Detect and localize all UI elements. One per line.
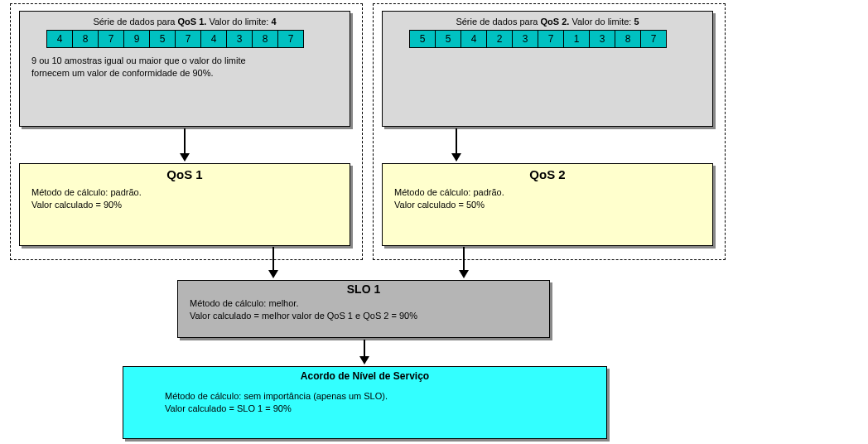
sla-body: Método de cálculo: sem importância (apen…	[123, 390, 606, 415]
data-cell: 3	[589, 30, 615, 48]
data-cell: 8	[615, 30, 640, 48]
calc-line: Valor calculado = SLO 1 = 90%	[165, 403, 595, 415]
calc-line: Valor calculado = melhor valor de QoS 1 …	[190, 310, 538, 322]
data-cell: 3	[512, 30, 538, 48]
note-qos1: 9 ou 10 amostras igual ou maior que o va…	[20, 55, 350, 80]
series-prefix: Série de dados para	[93, 17, 177, 27]
data-row-qos1: 4 8 7 9 5 7 4 3 8 7	[46, 30, 350, 48]
data-row-qos2: 5 5 4 2 3 7 1 3 8 7	[409, 30, 712, 48]
data-cell: 5	[409, 30, 435, 48]
data-cell: 4	[200, 30, 226, 48]
series-bold: QoS 2.	[541, 17, 570, 27]
series-header-qos2: Série de dados para QoS 2. Valor do limi…	[383, 17, 712, 27]
series-header-qos1: Série de dados para QoS 1. Valor do limi…	[20, 17, 350, 27]
method-line: Método de cálculo: sem importância (apen…	[165, 390, 595, 403]
note-line: fornecem um valor de conformidade de 90%…	[31, 67, 338, 80]
qos1-body: Método de cálculo: padrão. Valor calcula…	[20, 186, 350, 211]
series-bold: QoS 1.	[178, 17, 207, 27]
threshold-value: 5	[634, 17, 639, 27]
data-cell: 1	[563, 30, 589, 48]
series-prefix: Série de dados para	[456, 17, 540, 27]
qos1-title: QoS 1	[20, 167, 350, 181]
qos2-body: Método de cálculo: padrão. Valor calcula…	[383, 186, 712, 211]
qos2-box: QoS 2 Método de cálculo: padrão. Valor c…	[382, 163, 713, 246]
qos1-box: QoS 1 Método de cálculo: padrão. Valor c…	[19, 163, 350, 246]
slo-box: SLO 1 Método de cálculo: melhor. Valor c…	[177, 280, 550, 338]
data-cell: 4	[461, 30, 486, 48]
slo-body: Método de cálculo: melhor. Valor calcula…	[178, 297, 549, 322]
slo-title: SLO 1	[178, 282, 549, 296]
group-qos1: Série de dados para QoS 1. Valor do limi…	[10, 3, 363, 260]
note-line: 9 ou 10 amostras igual ou maior que o va…	[31, 55, 338, 67]
threshold-label: Valor do limite:	[569, 17, 634, 27]
data-box-qos1: Série de dados para QoS 1. Valor do limi…	[19, 11, 350, 127]
calc-line: Valor calculado = 90%	[31, 199, 338, 211]
threshold-value: 4	[271, 17, 276, 27]
data-cell: 8	[252, 30, 277, 48]
data-cell: 7	[98, 30, 123, 48]
method-line: Método de cálculo: melhor.	[190, 297, 538, 310]
calc-line: Valor calculado = 50%	[394, 199, 701, 211]
data-cell: 7	[175, 30, 200, 48]
group-qos2: Série de dados para QoS 2. Valor do limi…	[373, 3, 726, 260]
data-cell: 5	[149, 30, 175, 48]
data-box-qos2: Série de dados para QoS 2. Valor do limi…	[382, 11, 713, 127]
sla-title: Acordo de Nível de Serviço	[123, 370, 606, 382]
data-cell: 7	[538, 30, 563, 48]
data-cell: 2	[486, 30, 512, 48]
data-cell: 4	[46, 30, 72, 48]
data-cell: 7	[640, 30, 667, 48]
threshold-label: Valor do limite:	[206, 17, 271, 27]
data-cell: 8	[72, 30, 98, 48]
data-cell: 9	[123, 30, 149, 48]
qos2-title: QoS 2	[383, 167, 712, 181]
method-line: Método de cálculo: padrão.	[31, 186, 338, 199]
data-cell: 5	[435, 30, 461, 48]
sla-box: Acordo de Nível de Serviço Método de cál…	[123, 366, 607, 439]
data-cell: 3	[226, 30, 252, 48]
data-cell: 7	[277, 30, 304, 48]
method-line: Método de cálculo: padrão.	[394, 186, 701, 199]
